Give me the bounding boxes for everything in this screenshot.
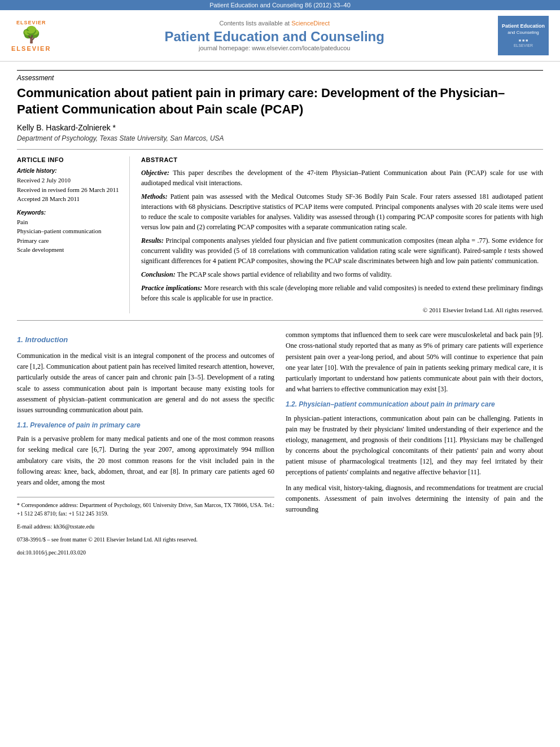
contents-label: Contents lists available at bbox=[219, 20, 290, 27]
elsevier-logo: ELSEVIER 🌳 ELSEVIER bbox=[11, 20, 51, 52]
conclusion-label: Conclusion: bbox=[141, 270, 177, 278]
keywords-heading: Keywords: bbox=[17, 209, 123, 216]
journal-citation: Patient Education and Counseling 86 (201… bbox=[209, 2, 351, 8]
practice-label: Practice implications: bbox=[141, 284, 204, 292]
main-content: Assessment Communication about patient p… bbox=[0, 62, 560, 570]
received-date: Received 2 July 2010 bbox=[17, 176, 123, 185]
methods-label: Methods: bbox=[141, 193, 170, 200]
journal-header: ELSEVIER 🌳 ELSEVIER Contents lists avail… bbox=[0, 10, 560, 62]
footnote-doi: doi:10.1016/j.pec.2011.03.020 bbox=[17, 548, 274, 557]
abstract-conclusion: Conclusion: The PCAP scale shows partial… bbox=[141, 269, 543, 279]
abstract-practice: Practice implications: More research wit… bbox=[141, 283, 543, 303]
keywords-block: Keywords: Pain Physician–patient communi… bbox=[17, 209, 123, 255]
columns-section: 1. Introduction Communication in the med… bbox=[17, 330, 543, 561]
journal-title-block: Contents lists available at ScienceDirec… bbox=[51, 20, 498, 51]
article-section-label: Assessment bbox=[17, 70, 543, 82]
journal-title: Patient Education and Counseling bbox=[51, 29, 498, 45]
email-address: kh36@txstate.edu bbox=[54, 523, 94, 530]
footnote-correspondence: * Correspondence address: Department of … bbox=[17, 501, 274, 518]
article-history-heading: Article history: bbox=[17, 168, 123, 174]
subsection1-2-para1: In physician–patient interactions, commu… bbox=[286, 413, 543, 478]
keyword-1: Pain bbox=[17, 217, 123, 227]
objective-label: Objective: bbox=[141, 169, 173, 177]
article-info-abstract-block: ARTICLE INFO Article history: Received 2… bbox=[17, 149, 543, 321]
results-text: Principal components analyses yielded fo… bbox=[141, 237, 543, 265]
article-history-block: Article history: Received 2 July 2010 Re… bbox=[17, 168, 123, 204]
keyword-4: Scale development bbox=[17, 245, 123, 255]
keyword-2: Physician–patient communication bbox=[17, 226, 123, 236]
section1-para1: Communication in the medical visit is an… bbox=[17, 351, 274, 416]
article-info-heading: ARTICLE INFO bbox=[17, 156, 123, 163]
journal-homepage: journal homepage: www.elsevier.com/locat… bbox=[51, 45, 498, 51]
results-label: Results: bbox=[141, 237, 166, 244]
article-title: Communication about patient pain in prim… bbox=[17, 85, 543, 117]
article-affiliation: Department of Psychology, Texas State Un… bbox=[17, 134, 543, 142]
subsection1-2-para2: In any medical visit, history-taking, di… bbox=[286, 483, 543, 516]
article-info: ARTICLE INFO Article history: Received 2… bbox=[17, 156, 130, 313]
top-bar: Patient Education and Counseling 86 (201… bbox=[0, 0, 560, 10]
col-left: 1. Introduction Communication in the med… bbox=[17, 330, 274, 561]
email-label: E-mail address: bbox=[17, 523, 52, 530]
col-right: common symptoms that influenced them to … bbox=[286, 330, 543, 561]
journal-cover-logo: Patient Education and Counseling ■ ■ ■ E… bbox=[498, 16, 549, 55]
accepted-date: Accepted 28 March 2011 bbox=[17, 194, 123, 204]
revised-date: Received in revised form 26 March 2011 bbox=[17, 185, 123, 195]
abstract-heading: ABSTRACT bbox=[141, 156, 543, 163]
abstract-results: Results: Principal components analyses y… bbox=[141, 235, 543, 266]
footnote-issn: 0738-3991/$ – see front matter © 2011 El… bbox=[17, 535, 274, 544]
footnote-email: E-mail address: kh36@txstate.edu bbox=[17, 522, 274, 531]
col-right-para1: common symptoms that influenced them to … bbox=[286, 330, 543, 395]
abstract-section: ABSTRACT Objective: This paper describes… bbox=[141, 156, 543, 313]
section1-heading: 1. Introduction bbox=[17, 334, 274, 346]
subsection1-2-heading: 1.2. Physician–patient communication abo… bbox=[286, 399, 543, 410]
subsection1-1-para1: Pain is a pervasive problem for many med… bbox=[17, 434, 274, 488]
subsection1-1-heading: 1.1. Prevalence of pain in primary care bbox=[17, 420, 274, 431]
abstract-objective: Objective: This paper describes the deve… bbox=[141, 168, 543, 188]
abstract-methods: Methods: Patient pain was assessed with … bbox=[141, 191, 543, 232]
methods-text: Patient pain was assessed with the Medic… bbox=[141, 193, 543, 231]
keyword-3: Primary care bbox=[17, 236, 123, 246]
article-authors: Kelly B. Haskard-Zolnierek * bbox=[17, 123, 543, 132]
conclusion-text: The PCAP scale shows partial evidence of… bbox=[177, 270, 392, 278]
objective-text: This paper describes the development of … bbox=[141, 169, 543, 187]
copyright-line: © 2011 Elsevier Ireland Ltd. All rights … bbox=[141, 307, 543, 313]
author-name: Kelly B. Haskard-Zolnierek * bbox=[17, 123, 116, 132]
footnote-section: * Correspondence address: Department of … bbox=[17, 497, 274, 557]
sciencedirect-link[interactable]: ScienceDirect bbox=[291, 20, 330, 27]
